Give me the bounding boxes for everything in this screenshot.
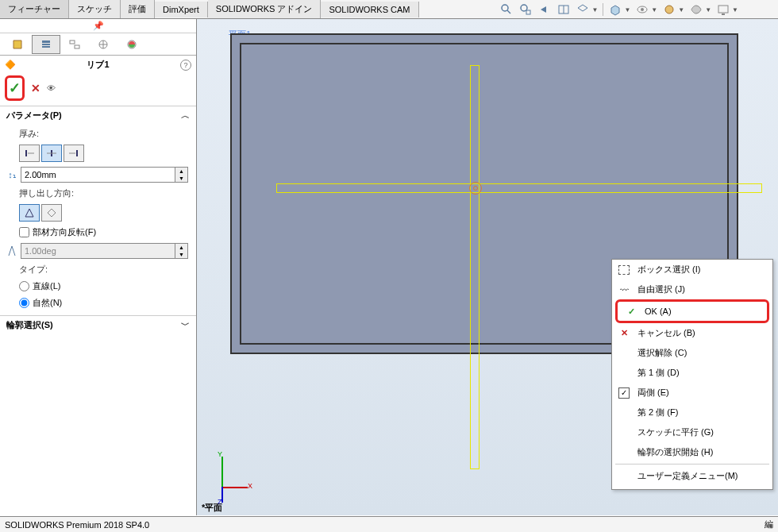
ctx-parallel[interactable]: スケッチに平行 (G) bbox=[612, 422, 772, 442]
section-parameters[interactable]: パラメータ(P) ︿ bbox=[0, 106, 196, 125]
ctx-cancel-label: キャンセル (B) bbox=[637, 327, 695, 339]
context-menu: ボックス選択 (I) 〰 自由選択 (J) ✓ OK (A) ✕ キャンセル (… bbox=[611, 259, 773, 490]
prev-view-icon[interactable] bbox=[537, 2, 552, 17]
zoom-fit-icon[interactable] bbox=[499, 2, 514, 17]
fm-tab-pm[interactable] bbox=[32, 35, 60, 54]
status-version: SOLIDWORKS Premium 2018 SP4.0 bbox=[5, 520, 149, 530]
draft-icon[interactable] bbox=[3, 245, 21, 257]
thickness-both-button[interactable] bbox=[41, 145, 62, 162]
appearance-icon[interactable] bbox=[662, 2, 676, 17]
preview-icon[interactable]: 👁 bbox=[47, 83, 56, 93]
rib-vertical bbox=[470, 65, 480, 469]
ctx-side2-label: 第 2 側 (F) bbox=[637, 407, 678, 418]
type-linear-row[interactable]: 直線(L) bbox=[19, 280, 188, 292]
ctx-both-label: 両側 (E) bbox=[637, 387, 669, 399]
pm-title: リブ1 bbox=[87, 59, 109, 71]
ctx-side1[interactable]: 第 1 側 (D) bbox=[612, 363, 772, 383]
draft-spinner: ▲▼ bbox=[175, 243, 188, 259]
dir-parallel-button[interactable] bbox=[19, 204, 40, 222]
fm-tab-config[interactable] bbox=[60, 35, 89, 54]
fm-tab-appearance[interactable] bbox=[117, 35, 146, 54]
flip-material-checkbox[interactable] bbox=[19, 227, 29, 237]
thickness-right-button[interactable] bbox=[64, 145, 84, 162]
tab-dimxpert[interactable]: DimXpert bbox=[155, 2, 208, 17]
ctx-cancel[interactable]: ✕ キャンセル (B) bbox=[612, 323, 772, 343]
svg-rect-3 bbox=[526, 10, 530, 14]
type-natural-row[interactable]: 自然(N) bbox=[19, 297, 188, 309]
thickness-left-button[interactable] bbox=[19, 145, 40, 162]
ctx-ok[interactable]: ✓ OK (A) bbox=[619, 302, 765, 321]
svg-rect-9 bbox=[718, 6, 728, 13]
thickness-direction-row bbox=[19, 145, 188, 162]
type-natural-radio[interactable] bbox=[19, 298, 29, 308]
x-icon: ✕ bbox=[617, 328, 631, 338]
flip-material-row[interactable]: 部材方向反転(F) bbox=[19, 226, 188, 238]
svg-rect-12 bbox=[42, 44, 50, 45]
axis-x-label: X bbox=[248, 482, 252, 490]
tab-sketch[interactable]: スケッチ bbox=[69, 0, 121, 18]
help-icon[interactable]: ? bbox=[180, 60, 191, 71]
dropdown-icon[interactable]: ▼ bbox=[732, 6, 738, 13]
section-contour-label: 輪郭選択(S) bbox=[6, 319, 53, 331]
dir-normal-button[interactable] bbox=[41, 204, 62, 222]
tab-evaluate[interactable]: 評価 bbox=[121, 0, 155, 18]
dropdown-icon[interactable]: ▼ bbox=[591, 6, 598, 13]
ctx-free-select-label: 自由選択 (J) bbox=[637, 283, 685, 295]
fm-tab-dim[interactable] bbox=[89, 35, 117, 54]
dropdown-icon[interactable]: ▼ bbox=[624, 6, 630, 13]
ctx-box-select[interactable]: ボックス選択 (I) bbox=[612, 260, 772, 279]
tab-addins[interactable]: SOLIDWORKS アドイン bbox=[208, 0, 322, 18]
section-parameters-label: パラメータ(P) bbox=[6, 110, 62, 121]
ctx-box-select-label: ボックス選択 (I) bbox=[637, 264, 700, 276]
display-settings-icon[interactable] bbox=[716, 2, 730, 17]
svg-rect-13 bbox=[42, 46, 50, 48]
hide-show-icon[interactable] bbox=[635, 2, 649, 17]
type-linear-radio[interactable] bbox=[19, 281, 29, 291]
ctx-contour-start[interactable]: 輪郭の選択開始 (H) bbox=[612, 442, 772, 462]
thickness-spinner[interactable]: ▲▼ bbox=[175, 167, 188, 183]
ctx-free-select[interactable]: 〰 自由選択 (J) bbox=[612, 279, 772, 299]
tab-feature[interactable]: フィーチャー bbox=[0, 0, 69, 18]
ctx-both[interactable]: ✓ 両側 (E) bbox=[612, 383, 772, 403]
dropdown-icon[interactable]: ▼ bbox=[651, 6, 657, 13]
ctx-user-menu-label: ユーザー定義メニュー(M) bbox=[637, 470, 738, 482]
checked-icon: ✓ bbox=[617, 387, 631, 399]
cancel-button[interactable]: ✕ bbox=[31, 82, 40, 94]
ctx-deselect[interactable]: 選択解除 (C) bbox=[612, 343, 772, 363]
display-style-icon[interactable] bbox=[608, 2, 622, 17]
rib-horizontal bbox=[276, 183, 762, 193]
menu-separator bbox=[615, 464, 769, 465]
axis-y-label: Y bbox=[218, 450, 222, 458]
flip-material-label: 部材方向反転(F) bbox=[33, 226, 96, 238]
dropdown-icon[interactable]: ▼ bbox=[678, 6, 684, 13]
pin-icon[interactable]: 📌 bbox=[0, 19, 196, 33]
ok-button[interactable]: ✓ bbox=[9, 80, 21, 96]
chevron-up-icon: ︿ bbox=[181, 110, 190, 121]
svg-point-0 bbox=[502, 5, 508, 11]
view-toolbar: ▼ ▼ ▼ ▼ ▼ ▼ bbox=[499, 2, 738, 17]
fm-tab-row bbox=[0, 33, 196, 56]
origin-icon bbox=[469, 182, 482, 195]
extrude-dir-label: 押し出し方向: bbox=[19, 187, 188, 199]
ctx-ok-highlight: ✓ OK (A) bbox=[615, 299, 769, 323]
svg-point-7 bbox=[641, 8, 644, 11]
scene-icon[interactable] bbox=[689, 2, 703, 17]
thickness-input[interactable] bbox=[21, 167, 175, 183]
svg-rect-11 bbox=[42, 40, 50, 43]
section-view-icon[interactable] bbox=[557, 2, 571, 17]
tab-cam[interactable]: SOLIDWORKS CAM bbox=[321, 2, 418, 17]
view-orientation-icon[interactable] bbox=[576, 2, 590, 17]
ctx-user-menu[interactable]: ユーザー定義メニュー(M) bbox=[612, 466, 772, 486]
status-bar: SOLIDWORKS Premium 2018 SP4.0 編 bbox=[0, 516, 778, 532]
lasso-icon: 〰 bbox=[617, 285, 631, 295]
ctx-side2[interactable]: 第 2 側 (F) bbox=[612, 403, 772, 422]
ctx-ok-label: OK (A) bbox=[645, 306, 672, 316]
svg-point-8 bbox=[665, 6, 673, 13]
section-contour[interactable]: 輪郭選択(S) ﹀ bbox=[0, 315, 196, 334]
check-icon: ✓ bbox=[624, 306, 638, 317]
view-triad[interactable]: X Y Z bbox=[203, 453, 251, 501]
fm-tab-feature[interactable] bbox=[3, 35, 32, 54]
property-manager-panel: 📌 🔶 リブ1 ? ✓ ✕ 👁 パラメータ(P) ︿ 厚み: bbox=[0, 19, 197, 515]
zoom-area-icon[interactable] bbox=[518, 2, 533, 17]
dropdown-icon[interactable]: ▼ bbox=[705, 6, 711, 13]
